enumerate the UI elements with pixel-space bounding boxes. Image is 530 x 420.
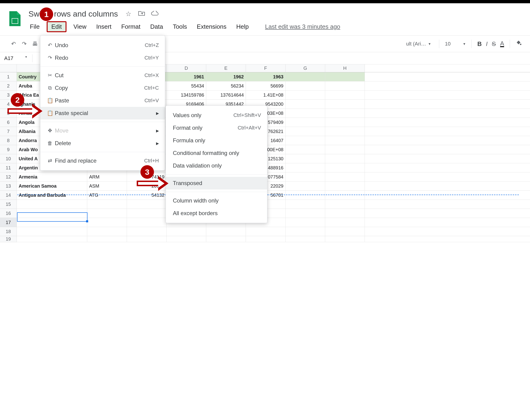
select-all-corner[interactable] (0, 64, 16, 72)
cell[interactable] (286, 218, 325, 227)
cell[interactable] (325, 154, 365, 163)
cell[interactable]: 137614644 (206, 90, 246, 99)
col-header[interactable]: F (246, 64, 286, 72)
cell[interactable]: 1962 (206, 72, 246, 81)
cell[interactable] (286, 136, 325, 145)
italic-button[interactable]: I (486, 40, 487, 48)
row-header[interactable]: 13 (0, 181, 16, 191)
menu-item-transposed[interactable]: Transposed (166, 177, 267, 189)
menu-item-undo[interactable]: ↶ Undo Ctrl+Z (40, 39, 165, 52)
cell[interactable]: 56234 (206, 81, 246, 90)
row-header[interactable]: 16 (0, 209, 16, 218)
cell[interactable] (286, 172, 325, 181)
menu-data[interactable]: Data (147, 22, 166, 32)
cell[interactable] (17, 236, 87, 242)
cell[interactable] (167, 236, 206, 242)
cell[interactable] (286, 127, 325, 136)
row-header[interactable]: 11 (0, 163, 16, 172)
cell[interactable] (325, 118, 365, 127)
col-header[interactable]: G (286, 64, 325, 72)
menu-item-values-only[interactable]: Values only Ctrl+Shift+V (166, 109, 267, 121)
cell[interactable] (286, 145, 325, 154)
cell[interactable] (325, 136, 365, 145)
col-header[interactable]: E (206, 64, 246, 72)
cell[interactable]: 1.41E+08 (246, 90, 286, 99)
menu-item-paste[interactable]: 📋 Paste Ctrl+V (40, 94, 165, 107)
chevron-down-icon[interactable]: ▼ (428, 42, 431, 46)
cell[interactable] (127, 200, 167, 209)
cell[interactable]: American Samoa (17, 181, 87, 190)
undo-icon[interactable]: ↶ (10, 41, 17, 47)
menu-item-redo[interactable]: ↷ Redo Ctrl+Y (40, 52, 165, 64)
col-header[interactable]: D (167, 64, 206, 72)
cell[interactable] (286, 81, 325, 90)
cell[interactable] (325, 209, 365, 218)
menu-extensions[interactable]: Extensions (194, 22, 229, 32)
cell[interactable] (325, 72, 365, 81)
cell[interactable] (325, 163, 365, 172)
row-header[interactable]: 10 (0, 154, 16, 163)
cell[interactable] (286, 100, 325, 108)
row-header[interactable]: 14 (0, 191, 16, 200)
cell[interactable] (127, 209, 167, 218)
cell[interactable] (325, 90, 365, 99)
row-header[interactable]: 2 (0, 81, 16, 90)
cell[interactable] (325, 100, 365, 108)
row-header[interactable]: 19 (0, 236, 16, 242)
cell[interactable] (286, 72, 325, 81)
menu-file[interactable]: File (27, 22, 43, 32)
row-header[interactable]: 9 (0, 145, 16, 154)
cell[interactable] (17, 200, 87, 209)
menu-item-formula-only[interactable]: Formula only (166, 134, 267, 147)
menu-view[interactable]: View (71, 22, 89, 32)
cell[interactable] (286, 236, 325, 242)
cell[interactable] (246, 236, 286, 242)
cell[interactable] (87, 236, 127, 242)
cell[interactable] (206, 236, 246, 242)
cell[interactable]: ARM (87, 172, 127, 181)
menu-item-cut[interactable]: ✂ Cut Ctrl+X (40, 69, 165, 82)
cell[interactable] (325, 145, 365, 154)
cloud-status-icon[interactable] (151, 10, 159, 18)
name-box[interactable]: A17 ▼ (4, 55, 30, 61)
menu-item-format-only[interactable]: Format only Ctrl+Alt+V (166, 121, 267, 134)
row-header[interactable]: 15 (0, 200, 16, 209)
cell[interactable]: 55434 (167, 81, 206, 90)
menu-item-all-except-borders[interactable]: All except borders (166, 207, 267, 220)
cell[interactable]: 1961 (167, 72, 206, 81)
cell[interactable] (17, 227, 87, 236)
cell[interactable] (87, 227, 127, 236)
cell[interactable] (286, 163, 325, 172)
cell[interactable]: 1963 (246, 72, 286, 81)
cell[interactable] (206, 227, 246, 236)
cell[interactable]: 134159786 (167, 90, 206, 99)
menu-item-data-validation-only[interactable]: Data validation only (166, 159, 267, 172)
cell[interactable] (325, 109, 365, 118)
menu-item-move[interactable]: ✥ Move ▶ (40, 124, 165, 137)
cell[interactable] (286, 227, 325, 236)
cell[interactable] (286, 154, 325, 163)
menu-item-conditional-formatting-only[interactable]: Conditional formatting only (166, 147, 267, 159)
chevron-down-icon[interactable]: ▼ (25, 55, 28, 61)
cell[interactable] (286, 109, 325, 118)
menu-edit[interactable]: Edit (47, 21, 66, 32)
fill-color-button[interactable] (515, 40, 522, 48)
menu-format[interactable]: Format (118, 22, 143, 32)
cell[interactable] (87, 200, 127, 209)
cell[interactable] (127, 236, 167, 242)
cell[interactable] (286, 181, 325, 190)
menu-item-paste-special[interactable]: 📋 Paste special ▶ (40, 107, 165, 120)
cell[interactable] (286, 118, 325, 127)
cell[interactable] (325, 81, 365, 90)
redo-icon[interactable]: ↷ (21, 41, 28, 47)
cell[interactable]: Armenia (17, 172, 87, 181)
cell[interactable] (87, 209, 127, 218)
cell[interactable] (286, 209, 325, 218)
row-header[interactable]: 7 (0, 127, 16, 136)
cell[interactable] (325, 191, 365, 199)
cell[interactable] (286, 200, 325, 209)
cell[interactable] (325, 127, 365, 136)
cell[interactable]: 54132 (127, 191, 167, 199)
menu-insert[interactable]: Insert (94, 22, 114, 32)
font-name-dropdown[interactable]: ult (Ari… (406, 41, 426, 47)
